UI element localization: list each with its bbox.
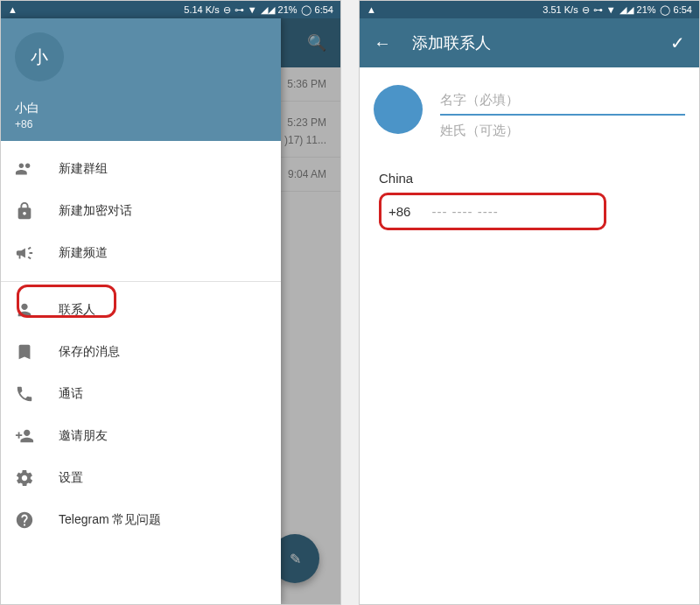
- screen-drawer: ▲ 5.14 K/s ⊖ ⊶ ▼ ◢◢ 21% ◯ 6:54 🔍 5:36 PM…: [0, 0, 341, 605]
- megaphone-icon: [15, 243, 34, 263]
- menu-label: 新建频道: [59, 245, 108, 261]
- menu-faq[interactable]: Telegram 常见问题: [1, 499, 281, 541]
- first-name-field[interactable]: [440, 85, 685, 116]
- menu-label: 新建加密对话: [59, 203, 132, 219]
- back-button[interactable]: ←: [374, 33, 391, 53]
- battery-icon: ◯: [301, 4, 312, 16]
- menu-label: 设置: [59, 470, 83, 486]
- user-phone: +86: [15, 118, 39, 130]
- signal-icon: ◢◢: [261, 4, 275, 16]
- dnd-icon: ⊖: [223, 4, 231, 16]
- drawer-header: 小 小白 +86: [1, 18, 281, 141]
- network-speed: 3.51 K/s: [542, 4, 578, 15]
- wifi-icon: ▼: [248, 4, 257, 15]
- warning-icon: ▲: [367, 4, 376, 15]
- page-title: 添加联系人: [412, 32, 649, 53]
- menu-label: 通话: [59, 386, 83, 402]
- menu-contacts[interactable]: 联系人: [1, 289, 281, 331]
- battery-icon: ◯: [660, 4, 670, 16]
- phone-number-field[interactable]: --- ---- ----: [431, 204, 498, 219]
- invite-icon: [15, 426, 34, 446]
- lock-icon: [15, 201, 34, 221]
- dnd-icon: ⊖: [582, 4, 590, 16]
- menu-new-channel[interactable]: 新建频道: [1, 232, 281, 274]
- menu-invite-friends[interactable]: 邀请朋友: [1, 415, 281, 457]
- status-bar: ▲ 5.14 K/s ⊖ ⊶ ▼ ◢◢ 21% ◯ 6:54: [1, 1, 340, 18]
- divider: [1, 281, 281, 282]
- phone-icon: [15, 384, 34, 404]
- network-speed: 5.14 K/s: [184, 4, 219, 15]
- menu-saved-messages[interactable]: 保存的消息: [1, 331, 281, 373]
- last-name-field[interactable]: [440, 116, 685, 144]
- menu-settings[interactable]: 设置: [1, 457, 281, 499]
- drawer-menu: 新建群组 新建加密对话 新建频道 联系人 保存的消息 通话: [1, 141, 281, 548]
- warning-icon: ▲: [8, 4, 18, 15]
- screen-add-contact: ▲ 3.51 K/s ⊖ ⊶ ▼ ◢◢ 21% ◯ 6:54 ← 添加联系人 ✓…: [359, 0, 700, 605]
- new-contact-avatar[interactable]: [374, 85, 423, 134]
- status-bar: ▲ 3.51 K/s ⊖ ⊶ ▼ ◢◢ 21% ◯ 6:54: [360, 1, 699, 18]
- help-icon: [15, 510, 34, 530]
- menu-label: 联系人: [59, 302, 95, 318]
- battery-text: 21%: [278, 4, 298, 15]
- user-avatar[interactable]: 小: [15, 32, 64, 81]
- bookmark-icon: [15, 342, 34, 362]
- add-contact-form: China +86 --- ---- ----: [360, 67, 699, 248]
- signal-icon: ◢◢: [620, 4, 634, 16]
- menu-label: 邀请朋友: [59, 428, 108, 444]
- menu-label: Telegram 常见问题: [59, 512, 161, 528]
- menu-new-group[interactable]: 新建群组: [1, 148, 281, 190]
- menu-label: 新建群组: [59, 161, 108, 177]
- wifi-icon: ▼: [606, 4, 616, 15]
- navigation-drawer: 小 小白 +86 新建群组 新建加密对话 新建频道 联系人: [1, 18, 281, 604]
- group-icon: [15, 159, 34, 179]
- clock-text: 6:54: [315, 4, 333, 15]
- clock-text: 6:54: [674, 4, 692, 15]
- person-icon: [15, 300, 34, 320]
- menu-label: 保存的消息: [59, 344, 120, 360]
- menu-new-secret-chat[interactable]: 新建加密对话: [1, 190, 281, 232]
- key-icon: ⊶: [593, 4, 603, 16]
- gear-icon: [15, 468, 34, 488]
- confirm-button[interactable]: ✓: [670, 32, 685, 53]
- add-contact-header: ← 添加联系人 ✓: [360, 18, 699, 67]
- phone-code-field[interactable]: +86: [388, 204, 410, 219]
- battery-text: 21%: [637, 4, 656, 15]
- username: 小白: [15, 101, 39, 116]
- key-icon: ⊶: [234, 4, 244, 16]
- annotation-highlight: +86 --- ---- ----: [379, 193, 606, 230]
- menu-calls[interactable]: 通话: [1, 373, 281, 415]
- country-selector[interactable]: China: [379, 171, 685, 186]
